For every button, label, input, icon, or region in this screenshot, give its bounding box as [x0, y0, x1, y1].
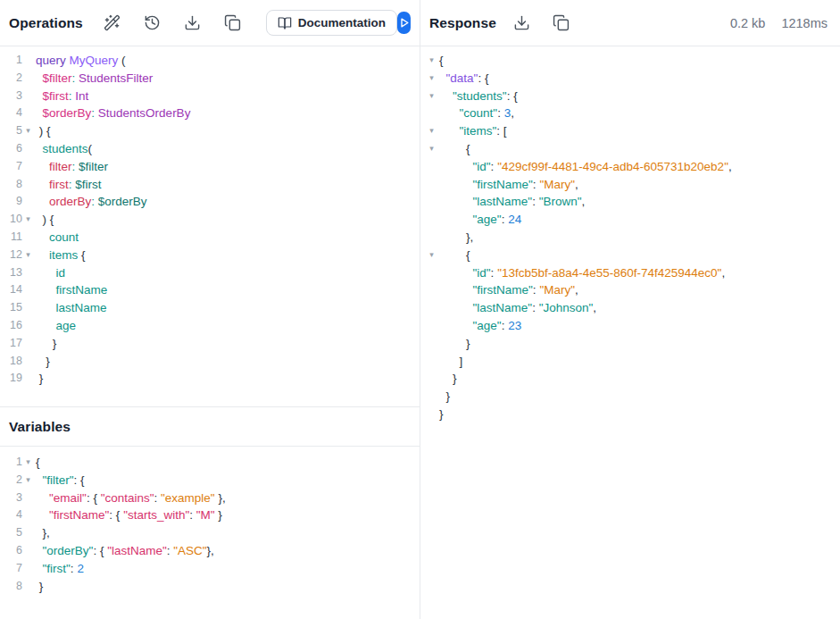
fold-arrow-icon[interactable]: ▾: [22, 122, 34, 140]
code-line[interactable]: "lastName": "Brown",: [426, 193, 840, 211]
code-line[interactable]: 17 }: [0, 335, 420, 353]
code-text: "orderBy": { "lastName": "ASC"},: [36, 542, 214, 560]
variables-editor[interactable]: 1▾{2▾ "filter": {3 "email": { "contains"…: [0, 447, 420, 619]
code-line[interactable]: },: [426, 229, 840, 247]
code-line[interactable]: 13 id: [0, 264, 420, 282]
code-line[interactable]: }: [426, 388, 840, 406]
code-text: }: [36, 370, 43, 388]
operations-pane: Operations Documentation: [0, 0, 420, 619]
code-line[interactable]: 2 $filter: StudentsFilter: [0, 70, 420, 88]
code-text: firstName: [36, 281, 107, 299]
code-line[interactable]: ▾{: [426, 52, 840, 70]
fold-arrow-icon[interactable]: ▾: [22, 247, 34, 264]
code-line[interactable]: "lastName": "Johnson",: [426, 299, 840, 317]
download-response-button[interactable]: [509, 10, 536, 37]
code-line[interactable]: 8 }: [0, 578, 420, 596]
code-line[interactable]: 16 age: [0, 317, 420, 335]
response-title: Response: [429, 15, 496, 31]
code-text: $orderBy: StudentsOrderBy: [36, 105, 190, 122]
code-line[interactable]: "id": "429cf99f-4481-49c4-adb4-605731b20…: [426, 158, 840, 176]
code-line[interactable]: 6 "orderBy": { "lastName": "ASC"},: [0, 542, 420, 560]
code-text: },: [439, 229, 473, 247]
code-line[interactable]: "firstName": "Mary",: [426, 176, 840, 194]
code-text: }: [36, 353, 50, 371]
code-line[interactable]: 5 },: [0, 524, 420, 542]
fold-arrow-icon[interactable]: ▾: [426, 247, 437, 264]
line-number: 4: [0, 105, 22, 122]
line-number: 6: [0, 542, 22, 560]
execute-button[interactable]: [397, 12, 411, 34]
code-line[interactable]: 1query MyQuery (: [0, 52, 420, 70]
code-line[interactable]: 5▾ ) {: [0, 122, 420, 140]
copy-query-button[interactable]: [220, 10, 246, 37]
code-line[interactable]: 7 "first": 2: [0, 560, 420, 578]
fold-arrow-icon[interactable]: ▾: [426, 88, 437, 105]
code-text: $filter: StudentsFilter: [36, 70, 153, 88]
code-line[interactable]: 12▾ items {: [0, 247, 420, 264]
line-number: 10: [0, 211, 22, 229]
code-line[interactable]: 7 filter: $filter: [0, 158, 420, 176]
history-icon: [144, 14, 161, 31]
history-button[interactable]: [139, 10, 166, 37]
code-line[interactable]: ▾ {: [426, 140, 840, 158]
code-line[interactable]: 1▾{: [0, 454, 420, 472]
line-number: 6: [0, 140, 22, 158]
fold-arrow-icon[interactable]: ▾: [22, 472, 34, 489]
documentation-button[interactable]: Documentation: [266, 10, 397, 36]
code-line[interactable]: 8 first: $first: [0, 176, 420, 194]
operations-toolbar: [99, 10, 246, 37]
prettify-button[interactable]: [99, 10, 126, 37]
response-toolbar: [509, 10, 575, 37]
code-line[interactable]: 6 students(: [0, 140, 420, 158]
code-line[interactable]: ▾ "students": {: [426, 88, 840, 105]
operations-header: Operations Documentation: [0, 0, 420, 46]
code-text: "lastName": "Brown",: [439, 193, 585, 211]
code-line[interactable]: "age": 23: [426, 317, 840, 335]
operations-title: Operations: [9, 15, 83, 31]
code-line[interactable]: 14 firstName: [0, 281, 420, 299]
code-text: }: [439, 370, 457, 388]
line-number: 11: [0, 229, 22, 247]
download-query-button[interactable]: [179, 10, 206, 37]
line-number: 1: [0, 454, 22, 472]
fold-arrow-icon[interactable]: ▾: [426, 140, 437, 158]
code-line[interactable]: 3 $first: Int: [0, 88, 420, 105]
code-line[interactable]: }: [426, 406, 840, 423]
variables-header: Variables: [0, 407, 420, 447]
code-text: "data": {: [439, 70, 488, 88]
code-line[interactable]: 4 "firstName": { "starts_with": "M" }: [0, 506, 420, 524]
code-line[interactable]: ▾ "items": [: [426, 122, 840, 140]
code-line[interactable]: "count": 3,: [426, 105, 840, 122]
code-line[interactable]: 10▾ ) {: [0, 211, 420, 229]
code-line[interactable]: 4 $orderBy: StudentsOrderBy: [0, 105, 420, 122]
response-viewer[interactable]: ▾{▾ "data": {▾ "students": { "count": 3,…: [420, 46, 840, 619]
fold-arrow-icon[interactable]: ▾: [22, 211, 34, 229]
fold-arrow-icon[interactable]: ▾: [22, 454, 34, 472]
code-line[interactable]: ▾ "data": {: [426, 70, 840, 88]
code-line[interactable]: }: [426, 370, 840, 388]
query-editor[interactable]: 1query MyQuery (2 $filter: StudentsFilte…: [0, 46, 420, 406]
documentation-label: Documentation: [298, 16, 386, 29]
copy-response-button[interactable]: [548, 10, 575, 37]
code-line[interactable]: 9 orderBy: $orderBy: [0, 193, 420, 211]
code-line[interactable]: 15 lastName: [0, 299, 420, 317]
code-text: }: [439, 406, 444, 423]
code-line[interactable]: 11 count: [0, 229, 420, 247]
code-line[interactable]: ▾ {: [426, 247, 840, 264]
code-line[interactable]: 18 }: [0, 353, 420, 371]
code-line[interactable]: "firstName": "Mary",: [426, 281, 840, 299]
code-line[interactable]: 3 "email": { "contains": "example" },: [0, 489, 420, 507]
fold-arrow-icon[interactable]: ▾: [426, 122, 437, 140]
line-number: 3: [0, 88, 22, 105]
code-line[interactable]: ]: [426, 353, 840, 371]
code-line[interactable]: 19 }: [0, 370, 420, 388]
code-line[interactable]: "id": "13fcb5bf-a8a4-4e55-860f-74f425944…: [426, 264, 840, 282]
fold-arrow-icon[interactable]: ▾: [426, 70, 437, 88]
code-line[interactable]: }: [426, 335, 840, 353]
code-line[interactable]: "age": 24: [426, 211, 840, 229]
line-number: 16: [0, 317, 22, 335]
code-line[interactable]: 2▾ "filter": {: [0, 472, 420, 489]
line-number: 3: [0, 489, 22, 507]
line-number: 2: [0, 70, 22, 88]
fold-arrow-icon[interactable]: ▾: [426, 52, 437, 70]
